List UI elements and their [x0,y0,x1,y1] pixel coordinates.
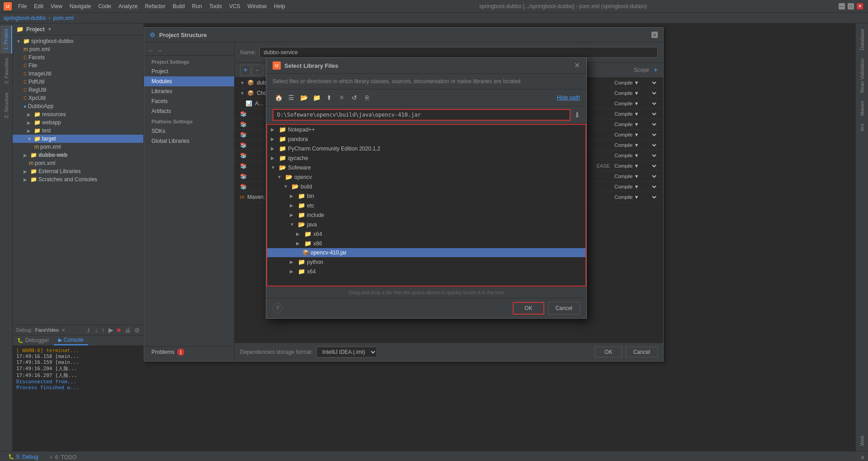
ps-item-project[interactable]: Project [144,66,234,76]
menubar-item-navigate[interactable]: Navigate [66,2,94,10]
debug-toolbar-print[interactable]: 🖨 [124,326,131,334]
sld-tree-item-qycache[interactable]: ▶ 📁 qycache [267,153,585,163]
scope-select[interactable]: Compile ▼ [613,121,658,127]
sld-new-folder-button[interactable]: 📁 [311,92,322,103]
breadcrumb-file[interactable]: pom.xml [53,15,73,21]
debug-toolbar-step-out[interactable]: ↑ [102,326,105,334]
sld-tree-item-pycharm[interactable]: ▶ 📁 PyCharm Community Edition 2020.1.2 [267,144,585,153]
sld-hide-path-link[interactable]: Hide path [557,94,580,101]
sld-home-button[interactable]: 🏠 [273,92,284,103]
tree-item-pom-inner[interactable]: m pom.xml [13,143,143,151]
sld-tree-item-bin[interactable]: ▶ 📁 bin [267,191,585,201]
sidebar-project-icon[interactable]: 1: Project [0,25,12,53]
bottom-tab-debug[interactable]: 🐛 5: Debug [4,452,43,461]
ps-scope-add-button[interactable]: + [654,66,658,74]
menubar-item-file[interactable]: File [14,2,30,10]
tree-item-resources[interactable]: ▶ 📁 resources [13,110,143,118]
scope-select[interactable]: Compile ▼ [613,152,658,159]
ps-item-facets[interactable]: Facets [144,96,234,106]
debug-toolbar-stop[interactable]: ■ [117,326,121,334]
sidebar-right-bean[interactable]: Bean Validation [857,55,868,96]
debug-close-icon[interactable]: ✕ [61,328,65,333]
ps-back-icon[interactable]: ← [148,47,154,54]
menubar-item-build[interactable]: Build [169,2,189,10]
tree-item-regutil[interactable]: C RegUtil [13,86,143,94]
sidebar-right-maven[interactable]: Maven [857,97,868,119]
ps-item-problems[interactable]: Problems 1 [144,346,234,358]
sld-path-input[interactable] [273,109,571,121]
sidebar-right-ant[interactable]: Ant [857,120,868,135]
menubar-item-view[interactable]: View [47,2,66,10]
bottom-tab-todo[interactable]: ✓ 6: TODO [45,453,81,461]
sidebar-favorites-icon[interactable]: 2: Favorites [1,54,12,87]
ps-item-sdks[interactable]: SDKs [144,126,234,136]
sld-tree-item-notepad[interactable]: ▶ 📁 Notepad++ [267,125,585,134]
menubar-item-tools[interactable]: Tools [206,2,226,10]
sld-list-button[interactable]: ☰ [285,92,297,103]
scope-select[interactable]: Compile ▼ [613,90,658,96]
window-minimize[interactable]: — [839,3,845,9]
sld-tree-item-build[interactable]: ▼ 📂 build [267,182,585,191]
tree-item-xpcutil[interactable]: C XpcUtil [13,94,143,102]
sld-tree-item-x86[interactable]: ▶ 📁 x86 [267,239,585,248]
scope-select[interactable]: Compile ▼ [613,142,658,148]
debug-toolbar-resume[interactable]: ▶ [108,326,113,334]
sld-tree-item-include[interactable]: ▶ 📁 include [267,210,585,220]
sld-tree-item-sofeware[interactable]: ▼ 📂 Sofeware [267,163,585,172]
menubar-item-window[interactable]: Window [244,2,270,10]
debug-toolbar-step-into[interactable]: ↓ [95,326,98,334]
sld-tree-item-pandora[interactable]: ▶ 📁 pandora [267,134,585,144]
scope-select[interactable]: Compile ▼ [613,194,658,200]
sidebar-right-web[interactable]: Web [857,432,868,449]
tree-item-facets[interactable]: C Facets [13,53,143,61]
window-close[interactable]: ✕ [857,3,863,9]
sld-copy-path-button[interactable]: ⎘ [361,92,373,103]
menubar-item-analyze[interactable]: Analyze [115,2,142,10]
sidebar-right-database[interactable]: Database [857,25,868,54]
sld-download-icon[interactable]: ⬇ [574,111,580,119]
ps-item-global-libs[interactable]: Global Libraries [144,136,234,146]
ps-forward-icon[interactable]: → [156,47,162,54]
tree-item-dubboapp[interactable]: ● DubboApp [13,102,143,110]
menubar-item-vcs[interactable]: VCS [226,2,244,10]
scope-select[interactable]: Compile ▼ [613,183,658,190]
sld-tree-item-python[interactable]: ▶ 📁 python [267,257,585,267]
sld-open-folder-button[interactable]: 📂 [298,92,310,103]
menubar-item-refactor[interactable]: Refactor [142,2,169,10]
menubar-item-run[interactable]: Run [189,2,206,10]
window-maximize[interactable]: □ [848,3,854,9]
ps-close-button[interactable]: ✕ [651,32,658,38]
debug-tab-debugger[interactable]: 🐛 Debugger [13,335,54,345]
scope-select[interactable]: Compile ▼ [613,163,658,169]
ps-item-artifacts[interactable]: Artifacts [144,106,234,116]
tree-item-imageutil[interactable]: C ImageUtil [13,70,143,78]
sld-tree-item-opencv-jar[interactable]: 📦 opencv-410.jar [267,248,585,257]
menubar-item-edit[interactable]: Edit [30,2,47,10]
tree-item-pom-web[interactable]: m pom.xml [13,159,143,167]
bottom-sidebar-icon[interactable]: ≡ [861,454,864,461]
sld-cancel-button[interactable]: Cancel [548,302,580,315]
tree-item-webapp[interactable]: ▶ 📁 webapp [13,118,143,127]
menubar-item-help[interactable]: Help [270,2,289,10]
tree-item-test[interactable]: ▶ 📁 test [13,127,143,135]
ps-remove-button[interactable]: − [252,65,263,75]
scope-select[interactable]: Compile ▼ [613,100,658,107]
scope-select[interactable]: Compile ▼ [613,111,658,117]
tree-item-file[interactable]: C File [13,61,143,70]
debug-toolbar-clear[interactable]: ⊘ [134,326,140,334]
ps-item-libraries[interactable]: Libraries [144,86,234,96]
tree-item-pomxml-root[interactable]: m pom.xml [13,45,143,53]
scope-select[interactable]: Compile ▼ [613,80,658,86]
sld-refresh-button[interactable]: ↺ [349,92,360,103]
debug-toolbar-step-over[interactable]: ⤸ [86,326,91,334]
tree-item-springboot[interactable]: ▼ 📁 springboot-dubbo [13,37,143,45]
breadcrumb-project[interactable]: springboot-dubbo [4,15,46,21]
tree-item-target[interactable]: ▼ 📁 target [13,135,143,143]
tree-item-external-libs[interactable]: ▶ 📁 External Libraries [13,167,143,175]
sld-close-icon[interactable]: ✕ [574,62,580,69]
sld-tree-item-etc[interactable]: ▶ 📁 etc [267,201,585,210]
sld-help-button[interactable]: ? [273,303,283,313]
menubar-item-code[interactable]: Code [94,2,115,10]
sld-tree-item-opencv[interactable]: ▼ 📂 opencv [267,172,585,182]
tree-item-pdfutil[interactable]: C PdfUtil [13,78,143,86]
